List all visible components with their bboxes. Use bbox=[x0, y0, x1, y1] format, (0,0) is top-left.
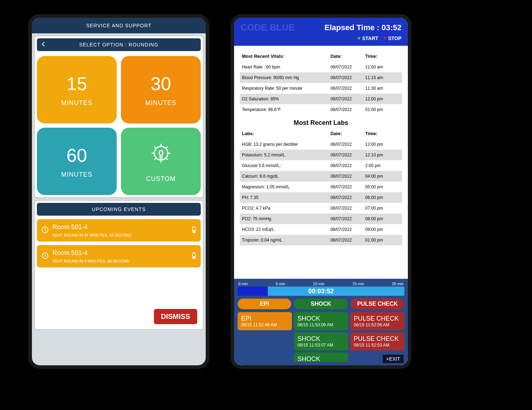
cell-lab: PH: 7.35 bbox=[242, 195, 331, 200]
table-row: PH: 7.3506/07/202206:00 pm bbox=[240, 192, 402, 203]
log-grid: EPI06/15 11:52:48 AMSHOCK06/15 11:53:09 … bbox=[238, 312, 404, 362]
cell-time: 11:30 am bbox=[365, 86, 400, 91]
log-card[interactable]: SHOCK06/15 11:53:07 AM bbox=[294, 332, 348, 350]
progress-ticks: 0 min 5 min 10 min 15 min 20 min bbox=[238, 282, 404, 287]
progress-bar[interactable]: 00:03:52 bbox=[238, 287, 404, 296]
cell-date: 06/07/2022 bbox=[331, 75, 365, 80]
data-body: Most Recent Vitals: Date: Time: Heart Ra… bbox=[234, 46, 408, 266]
shock-button[interactable]: SHOCK bbox=[294, 299, 348, 309]
gear-wrench-icon bbox=[147, 140, 175, 170]
event-card[interactable]: Room 501-4 NEXT ROUND IN 87 MINUTES, 55 … bbox=[37, 219, 201, 242]
tick: 20 min bbox=[392, 282, 404, 286]
col-date: Date: bbox=[331, 54, 365, 59]
cell-date: 06/07/2022 bbox=[331, 195, 365, 200]
cell-time: 01:00 pm bbox=[365, 107, 400, 112]
cell-time: 06:00 pm bbox=[365, 195, 400, 200]
cell-lab: Magnesium: 1.05 mmol/L bbox=[242, 184, 331, 189]
tick: 5 min bbox=[276, 282, 285, 286]
back-arrow-icon[interactable] bbox=[40, 41, 47, 49]
tile-30-minutes[interactable]: 30 MINUTES bbox=[121, 56, 201, 123]
tick: 10 min bbox=[313, 282, 325, 286]
tile-number: 15 bbox=[67, 73, 87, 94]
table-row: Respiratory Rate: 50 per minute06/07/202… bbox=[240, 83, 402, 94]
cell-time: 09:00 pm bbox=[365, 227, 400, 232]
log-title: SHOCK bbox=[298, 335, 345, 343]
log-time: 06/15 11:53:07 AM bbox=[298, 343, 345, 348]
cell-date: 06/07/2022 bbox=[331, 174, 365, 179]
cell-date: 06/07/2022 bbox=[331, 216, 365, 221]
col-time: Time: bbox=[365, 131, 400, 136]
upcoming-events-card: UPCOMING EVENTS Room 501-4 NEXT ROUND IN… bbox=[34, 200, 204, 330]
tick: 15 min bbox=[353, 282, 364, 286]
svg-rect-4 bbox=[193, 231, 195, 232]
event-card[interactable]: Room 501-4 NEXT ROUND IN 9 MINUTES, 58 S… bbox=[37, 245, 201, 267]
cell-lab: Troponin: 0.04 ng/mL bbox=[242, 238, 331, 243]
log-empty bbox=[238, 332, 292, 350]
heart-red-icon: ♥ bbox=[383, 35, 387, 41]
cell-date: 06/07/2022 bbox=[331, 238, 365, 243]
cell-lab: PCO2: 4.7 kPa bbox=[242, 206, 331, 211]
cell-lab: HCO3: 22 mEq/L bbox=[242, 227, 331, 232]
cell-lab: Glucose 5.6 mmol/L: bbox=[242, 163, 331, 168]
stop-label: STOP bbox=[388, 35, 401, 41]
svg-rect-7 bbox=[193, 252, 195, 253]
log-title: SHOCK bbox=[298, 355, 345, 362]
cell-vital: Blood Pressure: 90/60 mm Hg bbox=[242, 75, 331, 80]
heart-green-icon: ♥ bbox=[358, 35, 361, 41]
log-card[interactable]: PULSE CHECK06/15 11:52:53 AM bbox=[350, 332, 404, 350]
event-next: NEXT ROUND IN 87 MINUTES, 55 SECOND bbox=[52, 233, 132, 237]
header-title: SERVICE AND SUPPORT bbox=[32, 18, 206, 33]
table-row: PO2: 75 mmHg06/07/202208:00 pm bbox=[240, 214, 402, 224]
elapsed-time-label: Elapsed Time : 03:52 bbox=[325, 23, 401, 32]
rounding-card: SELECT OPTION : ROUNDING 15 MINUTES 30 M… bbox=[34, 35, 204, 198]
log-time: 06/15 11:52:53 AM bbox=[354, 343, 401, 348]
col-vitals: Most Recent Vitals: bbox=[242, 54, 331, 59]
log-card[interactable]: PULSE CHECK06/15 11:52:56 AM bbox=[350, 312, 404, 330]
epi-button[interactable]: EPI bbox=[238, 299, 291, 309]
log-card[interactable]: SHOCK06/15 11:53:09 AM bbox=[294, 312, 348, 330]
pulse-check-button[interactable]: PULSE CHECK bbox=[351, 299, 404, 309]
screen: SERVICE AND SUPPORT SELECT OPTION : ROUN… bbox=[32, 18, 206, 365]
table-row: Glucose 5.6 mmol/L:06/07/20222:00 pm bbox=[240, 160, 402, 171]
table-row: Calcium: 8.6 mg/dL06/07/202204:00 pm bbox=[240, 171, 402, 182]
cell-vital: Respiratory Rate: 50 per minute bbox=[242, 86, 331, 91]
labs-header-row: Labs: Date: Time: bbox=[240, 128, 402, 139]
log-title: PULSE CHECK bbox=[354, 335, 401, 343]
dismiss-wrap: DISMISS bbox=[154, 309, 197, 324]
tile-60-minutes[interactable]: 60 MINUTES bbox=[37, 128, 117, 195]
dismiss-button[interactable]: DISMISS bbox=[154, 309, 197, 324]
log-empty bbox=[238, 353, 292, 362]
tile-custom[interactable]: CUSTOM bbox=[121, 128, 201, 195]
clock-icon bbox=[41, 252, 49, 261]
table-row: PCO2: 4.7 kPa06/07/202207:00 pm bbox=[240, 203, 402, 214]
cell-date: 06/07/2022 bbox=[331, 86, 365, 91]
event-next: NEXT ROUND IN 9 MINUTES, 58 SECOND bbox=[52, 259, 129, 263]
vitals-header-row: Most Recent Vitals: Date: Time: bbox=[240, 51, 402, 62]
table-row: HCO3: 22 mEq/L06/07/202209:00 pm bbox=[240, 224, 402, 235]
cell-time: 11:15 am bbox=[365, 75, 400, 80]
start-label: START bbox=[362, 35, 378, 41]
tile-grid: 15 MINUTES 30 MINUTES 60 MINUTES bbox=[37, 56, 201, 195]
log-title: PULSE CHECK bbox=[354, 315, 401, 322]
cell-vital: Heart Rate : 60 bpm bbox=[242, 65, 331, 70]
bottom-panel: 0 min 5 min 10 min 15 min 20 min 00:03:5… bbox=[234, 279, 408, 365]
cell-date: 06/07/2022 bbox=[331, 65, 365, 70]
log-card[interactable]: SHOCK bbox=[294, 353, 348, 362]
cell-vital: Temperature: 98.6°F bbox=[242, 107, 331, 112]
battery-icon bbox=[192, 252, 196, 261]
cell-date: 06/07/2022 bbox=[331, 142, 365, 147]
stop-button[interactable]: ♥ STOP bbox=[383, 35, 401, 41]
cell-lab: HGB: 13.2 grams per deciliter bbox=[242, 142, 331, 147]
col-date: Date: bbox=[331, 131, 365, 136]
log-time: 06/15 11:52:56 AM bbox=[354, 322, 401, 327]
clock-icon bbox=[41, 226, 49, 235]
log-card[interactable]: EPI06/15 11:52:48 AM bbox=[238, 312, 292, 330]
tile-label: MINUTES bbox=[145, 99, 177, 107]
tile-label: MINUTES bbox=[61, 171, 93, 178]
cell-time: 07:00 pm bbox=[365, 206, 400, 211]
col-labs: Labs: bbox=[242, 131, 331, 136]
cell-time: 12:00 pm bbox=[365, 142, 400, 147]
start-button[interactable]: ♥ START bbox=[358, 35, 378, 41]
exit-button[interactable]: ×EXIT bbox=[383, 355, 404, 363]
tile-15-minutes[interactable]: 15 MINUTES bbox=[37, 56, 117, 123]
